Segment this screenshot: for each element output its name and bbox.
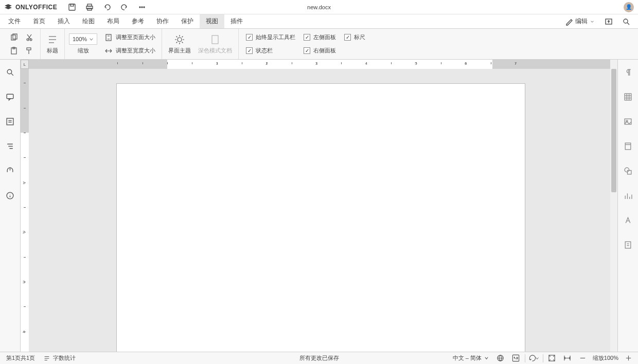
horizontal-ruler[interactable]: 1234567 xyxy=(29,60,610,69)
zoom-out-button[interactable] xyxy=(575,352,591,364)
editor-area: L 1234567 1234 xyxy=(21,60,617,352)
comments-button[interactable] xyxy=(3,89,17,104)
toggle-ruler[interactable]: 标尺 xyxy=(341,31,368,44)
paste-button[interactable] xyxy=(7,44,21,58)
search-button[interactable] xyxy=(618,17,634,26)
user-avatar[interactable]: 👤 xyxy=(624,2,634,12)
menu-tab-4[interactable]: 布局 xyxy=(101,14,126,28)
svg-rect-21 xyxy=(7,94,13,99)
menu-tab-9[interactable]: 插件 xyxy=(224,14,249,28)
undo-button[interactable] xyxy=(98,0,116,14)
word-count-label: 字数统计 xyxy=(53,354,76,362)
format-painter-button[interactable] xyxy=(23,44,36,58)
zoom-level-label: 缩放100% xyxy=(593,354,618,362)
toggle-toolbar-label: 始终显示工具栏 xyxy=(256,33,295,41)
menu-tab-5[interactable]: 参考 xyxy=(126,14,150,28)
about-button[interactable] xyxy=(3,188,17,203)
dark-document-label: 深色模式文档 xyxy=(198,47,232,54)
image-settings-button[interactable] xyxy=(621,114,635,129)
outline-button[interactable] xyxy=(3,139,17,153)
textart-settings-button[interactable] xyxy=(621,213,635,227)
menu-tab-6[interactable]: 协作 xyxy=(150,14,175,28)
checkbox-checked-icon xyxy=(304,34,310,41)
svg-rect-0 xyxy=(69,4,75,10)
zoom-label: 缩放 xyxy=(78,47,89,54)
statusbar: 第1页共1页 字数统计 所有更改已保存 中文 – 简体 缩放100% xyxy=(0,352,638,364)
toggle-statusbar[interactable]: 状态栏 xyxy=(243,44,298,58)
vertical-scrollbar[interactable] xyxy=(610,60,617,352)
toggle-left-panel-label: 左侧面板 xyxy=(313,33,336,41)
fit-page-label: 调整至页面大小 xyxy=(116,33,155,41)
toggle-left-panel[interactable]: 左侧面板 xyxy=(300,31,339,44)
svg-rect-29 xyxy=(627,170,631,174)
feedback-button[interactable] xyxy=(3,163,17,178)
paragraph-settings-button[interactable] xyxy=(621,65,635,79)
svg-rect-25 xyxy=(625,119,631,124)
word-count-button[interactable]: 字数统计 xyxy=(39,352,80,364)
checkbox-checked-icon xyxy=(246,34,253,41)
redo-button[interactable] xyxy=(116,0,133,14)
zoom-dropdown[interactable]: 100% xyxy=(69,33,97,45)
document-title: new.docx xyxy=(307,4,331,10)
track-changes-button[interactable] xyxy=(526,352,542,364)
ruler-corner[interactable]: L xyxy=(21,60,29,69)
svg-rect-19 xyxy=(212,35,218,44)
document-viewport[interactable] xyxy=(29,69,610,352)
open-location-button[interactable] xyxy=(601,17,616,26)
menu-tab-2[interactable]: 插入 xyxy=(51,14,76,28)
svg-rect-24 xyxy=(625,94,631,100)
menu-tab-8[interactable]: 视图 xyxy=(200,14,224,28)
menu-tab-7[interactable]: 保护 xyxy=(175,14,200,28)
set-doc-language-button[interactable] xyxy=(493,352,508,364)
right-sidebar xyxy=(617,60,638,352)
chart-settings-button[interactable] xyxy=(621,188,635,203)
table-settings-button[interactable] xyxy=(621,89,635,104)
find-button[interactable] xyxy=(3,65,17,79)
svg-point-18 xyxy=(178,38,182,42)
shape-settings-button[interactable] xyxy=(621,163,635,178)
save-button[interactable] xyxy=(63,0,81,14)
dark-document-button: 深色模式文档 xyxy=(196,30,234,59)
scrollbar-thumb[interactable] xyxy=(611,69,616,192)
spellcheck-button[interactable] xyxy=(508,352,524,364)
page-1[interactable] xyxy=(116,83,525,352)
svg-rect-4 xyxy=(87,8,92,10)
cut-button[interactable] xyxy=(23,31,36,44)
svg-rect-17 xyxy=(106,34,111,41)
fit-page-button[interactable]: 调整至页面大小 xyxy=(102,31,157,44)
svg-rect-1 xyxy=(70,4,74,6)
svg-rect-27 xyxy=(625,143,631,150)
checkbox-checked-icon xyxy=(344,34,351,41)
svg-point-7 xyxy=(144,7,145,8)
header-footer-button[interactable] xyxy=(621,139,635,153)
more-button[interactable] xyxy=(133,0,151,14)
svg-point-28 xyxy=(625,168,629,172)
headings-button[interactable] xyxy=(3,114,17,129)
menubar: 文件首页插入绘图布局参考协作保护视图插件 编辑 xyxy=(0,14,638,29)
copy-button[interactable] xyxy=(7,31,21,44)
zoom-in-button[interactable] xyxy=(621,352,636,364)
zoom-value: 100% xyxy=(73,36,87,42)
fit-width-status-button[interactable] xyxy=(560,352,575,364)
language-selector[interactable]: 中文 – 简体 xyxy=(449,352,493,364)
toggle-toolbar[interactable]: 始终显示工具栏 xyxy=(243,31,298,44)
zoom-level[interactable]: 缩放100% xyxy=(591,352,621,364)
svg-point-6 xyxy=(141,7,143,8)
toggle-right-panel[interactable]: 右侧面板 xyxy=(300,44,339,58)
form-settings-button[interactable] xyxy=(621,238,635,252)
menu-tab-0[interactable]: 文件 xyxy=(2,14,27,28)
menu-tab-1[interactable]: 首页 xyxy=(27,14,51,28)
theme-button[interactable]: 界面主题 xyxy=(166,30,193,59)
fit-width-label: 调整至宽度大小 xyxy=(116,47,155,54)
edit-mode-button[interactable]: 编辑 xyxy=(561,14,599,29)
fit-width-button[interactable]: 调整至宽度大小 xyxy=(102,44,157,58)
menu-tab-3[interactable]: 绘图 xyxy=(76,14,101,28)
print-button[interactable] xyxy=(81,0,98,14)
left-sidebar xyxy=(0,60,21,352)
vertical-ruler[interactable]: 1234 xyxy=(21,69,29,352)
navigation-button[interactable]: 标题 xyxy=(45,30,60,59)
fit-page-status-button[interactable] xyxy=(544,352,560,364)
page-indicator[interactable]: 第1页共1页 xyxy=(2,352,39,364)
language-label: 中文 – 简体 xyxy=(453,354,482,362)
toggle-ruler-label: 标尺 xyxy=(354,33,365,41)
